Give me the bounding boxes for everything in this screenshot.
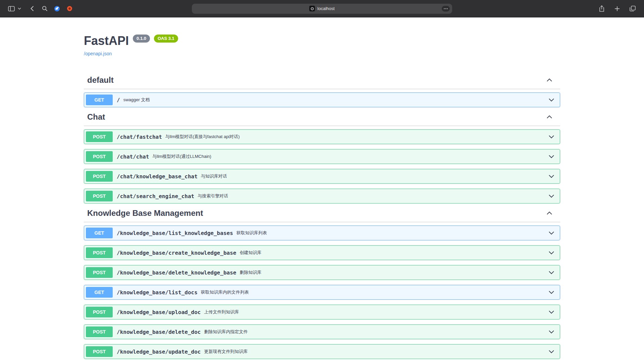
operation-path: /chat/fastchat xyxy=(113,134,165,140)
operation-row[interactable]: POST /chat/chat 与llm模型对话(通过LLMChain) xyxy=(84,149,560,164)
oas-badge: OAS 3.1 xyxy=(154,35,178,43)
url-text: localhost xyxy=(317,6,334,11)
tag-section-knowledge-base-management: Knowledge Base Management GET /knowledge… xyxy=(84,208,560,362)
operation-sections: default GET / swagger 文档 Chat xyxy=(84,75,560,362)
address-bar[interactable]: localhost xyxy=(192,4,452,14)
section-header[interactable]: default xyxy=(84,75,560,89)
operation-summary: 创建知识库 xyxy=(239,250,261,256)
operation-path: / xyxy=(113,97,123,103)
extensions-ellipsis-icon[interactable] xyxy=(442,6,450,11)
operations-list: POST /chat/fastchat 与llm模型对话(直接与fastchat… xyxy=(84,126,560,203)
back-button[interactable] xyxy=(27,3,38,14)
operation-summary: swagger 文档 xyxy=(123,97,150,103)
chevron-down-icon[interactable] xyxy=(548,153,555,160)
operation-block: POST /chat/knowledge_base_chat 与知识库对话 xyxy=(84,169,560,184)
operations-list: GET / swagger 文档 xyxy=(84,89,560,107)
operation-row[interactable]: POST /chat/fastchat 与llm模型对话(直接与fastchat… xyxy=(84,130,560,144)
chevron-down-icon[interactable] xyxy=(548,133,555,140)
extension-orange-icon xyxy=(67,6,72,11)
search-icon xyxy=(42,6,48,11)
operation-row[interactable]: POST /knowledge_base/create_knowledge_ba… xyxy=(84,246,560,260)
chevron-down-icon[interactable] xyxy=(548,309,555,315)
tab-group-chevron-button[interactable] xyxy=(16,3,22,14)
chevron-down-icon[interactable] xyxy=(548,249,555,256)
chevron-down-icon[interactable] xyxy=(548,230,555,236)
chevron-left-icon xyxy=(31,6,34,11)
operation-row[interactable]: GET /knowledge_base/list_docs 获取知识库内的文件列… xyxy=(84,285,560,299)
operations-list: GET /knowledge_base/list_knowledge_bases… xyxy=(84,222,560,362)
section-header[interactable]: Chat xyxy=(84,112,560,126)
sidebar-toggle-button[interactable] xyxy=(6,3,17,14)
operation-summary: 与llm模型对话(直接与fastchat api对话) xyxy=(165,134,240,140)
section-header[interactable]: Knowledge Base Management xyxy=(84,208,560,222)
search-button[interactable] xyxy=(39,3,50,14)
operation-row[interactable]: GET /knowledge_base/list_knowledge_bases… xyxy=(84,226,560,240)
api-title-text: FastAPI xyxy=(84,34,129,48)
operation-path: /chat/search_engine_chat xyxy=(113,193,198,199)
collapse-section-button[interactable] xyxy=(546,114,553,120)
method-badge: POST xyxy=(86,307,113,317)
extension-blue-button[interactable] xyxy=(52,3,62,14)
operation-block: POST /chat/fastchat 与llm模型对话(直接与fastchat… xyxy=(84,129,560,144)
chevron-down-icon[interactable] xyxy=(548,348,555,355)
toolbar-right-group xyxy=(452,3,638,14)
operation-row[interactable]: POST /chat/search_engine_chat 与搜索引擎对话 xyxy=(84,189,560,203)
operation-block: POST /knowledge_base/update_doc 更新现有文件到知… xyxy=(84,344,560,359)
collapse-section-button[interactable] xyxy=(546,210,553,217)
chevron-down-icon xyxy=(18,7,21,10)
sidebar-icon xyxy=(8,6,15,11)
chevron-down-icon[interactable] xyxy=(548,328,555,335)
method-badge: POST xyxy=(86,171,113,182)
share-button[interactable] xyxy=(596,3,607,14)
operation-path: /knowledge_base/create_knowledge_base xyxy=(113,250,239,256)
api-info: FastAPI 0.1.0 OAS 3.1 /openapi.json xyxy=(84,34,560,57)
operation-summary: 与知识库对话 xyxy=(201,173,227,179)
method-badge: POST xyxy=(86,326,113,337)
browser-toolbar: localhost xyxy=(0,0,644,17)
chevron-down-icon[interactable] xyxy=(548,289,555,296)
operation-block: POST /knowledge_base/upload_doc 上传文件到知识库 xyxy=(84,305,560,319)
operation-block: GET /knowledge_base/list_knowledge_bases… xyxy=(84,226,560,240)
toolbar-left-group xyxy=(6,3,192,14)
chevron-down-icon[interactable] xyxy=(548,97,555,103)
operation-summary: 与llm模型对话(通过LLMChain) xyxy=(152,154,211,160)
method-badge: GET xyxy=(86,95,113,105)
operation-row[interactable]: POST /knowledge_base/upload_doc 上传文件到知识库 xyxy=(84,305,560,319)
operation-summary: 获取知识库列表 xyxy=(236,230,267,236)
operation-row[interactable]: POST /knowledge_base/delete_doc 删除知识库内指定… xyxy=(84,325,560,339)
operation-row[interactable]: POST /knowledge_base/delete_knowledge_ba… xyxy=(84,265,560,280)
chevron-up-icon xyxy=(546,210,553,217)
tab-overview-button[interactable] xyxy=(627,3,638,14)
operation-summary: 获取知识库内的文件列表 xyxy=(201,289,249,295)
method-badge: POST xyxy=(86,131,113,142)
extension-blue-icon xyxy=(54,6,60,12)
method-badge: POST xyxy=(86,346,113,357)
method-badge: GET xyxy=(86,228,113,238)
method-badge: POST xyxy=(86,151,113,162)
chevron-down-icon[interactable] xyxy=(548,193,555,199)
api-title: FastAPI 0.1.0 OAS 3.1 xyxy=(84,34,560,48)
tag-section-default: default GET / swagger 文档 xyxy=(84,75,560,107)
chevron-up-icon xyxy=(546,114,553,120)
extension-orange-button[interactable] xyxy=(64,3,75,14)
section-title: Chat xyxy=(87,112,105,122)
operation-block: POST /chat/search_engine_chat 与搜索引擎对话 xyxy=(84,189,560,203)
new-tab-button[interactable] xyxy=(612,3,623,14)
collapse-section-button[interactable] xyxy=(546,77,553,83)
operation-summary: 更新现有文件到知识库 xyxy=(204,349,248,355)
chevron-up-icon xyxy=(546,77,553,83)
section-title: Knowledge Base Management xyxy=(87,208,203,218)
content-wrapper: FastAPI 0.1.0 OAS 3.1 /openapi.json defa… xyxy=(77,34,567,362)
operation-path: /knowledge_base/update_doc xyxy=(113,349,204,355)
openapi-json-link[interactable]: /openapi.json xyxy=(84,51,112,56)
section-title: default xyxy=(87,75,114,85)
operation-path: /knowledge_base/delete_doc xyxy=(113,329,204,335)
chevron-down-icon[interactable] xyxy=(548,269,555,276)
chevron-down-icon[interactable] xyxy=(548,173,555,180)
method-badge: POST xyxy=(86,247,113,258)
operation-row[interactable]: POST /knowledge_base/update_doc 更新现有文件到知… xyxy=(84,345,560,359)
operation-path: /knowledge_base/delete_knowledge_base xyxy=(113,269,239,276)
operation-row[interactable]: GET / swagger 文档 xyxy=(84,93,560,107)
site-favicon-icon xyxy=(309,6,315,11)
operation-row[interactable]: POST /chat/knowledge_base_chat 与知识库对话 xyxy=(84,169,560,183)
